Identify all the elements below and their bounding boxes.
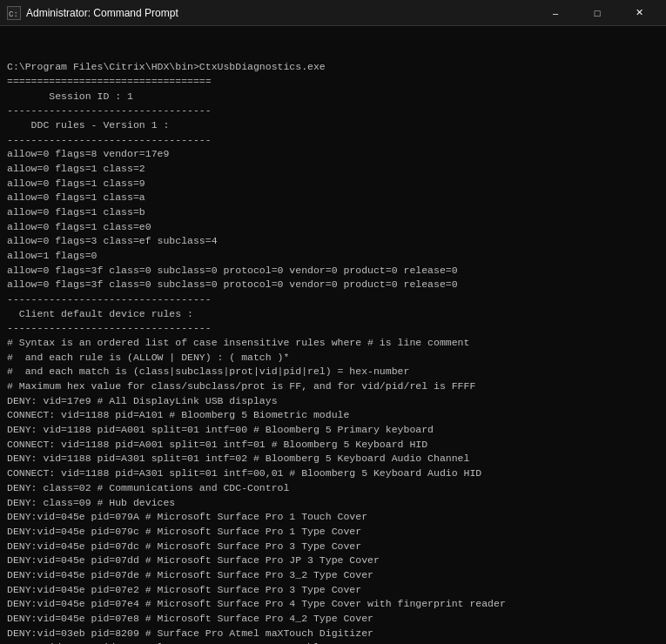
terminal-line: allow=0 flags=1 class=a bbox=[7, 191, 659, 205]
terminal-line: ---------------------------------- bbox=[7, 292, 659, 307]
terminal-line: CONNECT: vid=1188 pid=A001 split=01 intf… bbox=[7, 438, 659, 453]
terminal-line: # Maximum hex value for class/subclass/p… bbox=[7, 379, 659, 394]
terminal-output: C:\Program Files\Citrix\HDX\bin>CtxUsbDi… bbox=[0, 26, 666, 644]
terminal-line: DENY: vid=17e9 # All DisplayLink USB dis… bbox=[7, 394, 659, 409]
terminal-line: DENY: vid=1188 pid=A301 split=01 intf=02… bbox=[7, 452, 659, 466]
maximize-button[interactable]: □ bbox=[577, 2, 617, 24]
cmd-icon: C: bbox=[7, 6, 21, 20]
terminal-line: # and each rule is (ALLOW | DENY) : ( ma… bbox=[7, 351, 659, 366]
terminal-line: ALLOW:vid=056a pid=0315 class=03 # Wacom… bbox=[7, 641, 659, 644]
terminal-line: allow=0 flags=8 vendor=17e9 bbox=[7, 147, 659, 162]
terminal-line: DENY:vid=045e pid=079c # Microsoft Surfa… bbox=[7, 525, 659, 540]
terminal-line: DENY:vid=045e pid=07dd # Microsoft Surfa… bbox=[7, 553, 659, 568]
terminal-line: CONNECT: vid=1188 pid=A101 # Bloomberg 5… bbox=[7, 408, 659, 423]
minimize-button[interactable]: – bbox=[535, 2, 575, 24]
terminal-line: DENY: vid=1188 pid=A001 split=01 intf=00… bbox=[7, 423, 659, 438]
svg-text:C:: C: bbox=[9, 10, 18, 19]
title-bar-controls: – □ ✕ bbox=[535, 2, 659, 24]
terminal-line: DENY:vid=03eb pid=8209 # Surface Pro Atm… bbox=[7, 627, 659, 641]
title-bar-left: C: Administrator: Command Prompt bbox=[7, 6, 178, 20]
terminal-line: ---------------------------------- bbox=[7, 321, 659, 336]
title-bar: C: Administrator: Command Prompt – □ ✕ bbox=[0, 0, 666, 26]
terminal-line: allow=0 flags=3f class=0 subclass=0 prot… bbox=[7, 264, 659, 278]
close-button[interactable]: ✕ bbox=[619, 2, 659, 24]
terminal-line: allow=0 flags=3f class=0 subclass=0 prot… bbox=[7, 278, 659, 292]
terminal-line: DENY:vid=045e pid=07e4 # Microsoft Surfa… bbox=[7, 597, 659, 612]
terminal-line: Session ID : 1 bbox=[7, 90, 659, 104]
terminal-line: DDC rules - Version 1 : bbox=[7, 118, 659, 133]
terminal-line: DENY:vid=045e pid=07e8 # Microsoft Surfa… bbox=[7, 612, 659, 627]
terminal-line: DENY: class=09 # Hub devices bbox=[7, 496, 659, 511]
terminal-line: DENY: class=02 # Communications and CDC-… bbox=[7, 481, 659, 496]
terminal-line: DENY:vid=045e pid=079A # Microsoft Surfa… bbox=[7, 510, 659, 525]
terminal-line: ---------------------------------- bbox=[7, 133, 659, 148]
terminal-line: DENY:vid=045e pid=07e2 # Microsoft Surfa… bbox=[7, 583, 659, 598]
terminal-line: DENY:vid=045e pid=07dc # Microsoft Surfa… bbox=[7, 540, 659, 554]
command-prompt-window: C: Administrator: Command Prompt – □ ✕ C… bbox=[0, 0, 666, 644]
window-title: Administrator: Command Prompt bbox=[26, 7, 178, 19]
terminal-line: CONNECT: vid=1188 pid=A301 split=01 intf… bbox=[7, 466, 659, 481]
terminal-line: ---------------------------------- bbox=[7, 104, 659, 118]
terminal-line: ================================== bbox=[7, 75, 659, 90]
terminal-line: Client default device rules : bbox=[7, 307, 659, 322]
terminal-line: DENY:vid=045e pid=07de # Microsoft Surfa… bbox=[7, 568, 659, 583]
terminal-line: allow=0 flags=1 class=9 bbox=[7, 177, 659, 191]
terminal-line: # and each match is (class|subclass|prot… bbox=[7, 365, 659, 379]
terminal-line: C:\Program Files\Citrix\HDX\bin>CtxUsbDi… bbox=[7, 60, 659, 75]
terminal-line: allow=1 flags=0 bbox=[7, 249, 659, 264]
terminal-line: allow=0 flags=3 class=ef subclass=4 bbox=[7, 234, 659, 249]
terminal-line: allow=0 flags=1 class=2 bbox=[7, 162, 659, 177]
terminal-line: allow=0 flags=1 class=e0 bbox=[7, 220, 659, 235]
terminal-line: allow=0 flags=1 class=b bbox=[7, 205, 659, 220]
terminal-line: # Syntax is an ordered list of case inse… bbox=[7, 336, 659, 351]
